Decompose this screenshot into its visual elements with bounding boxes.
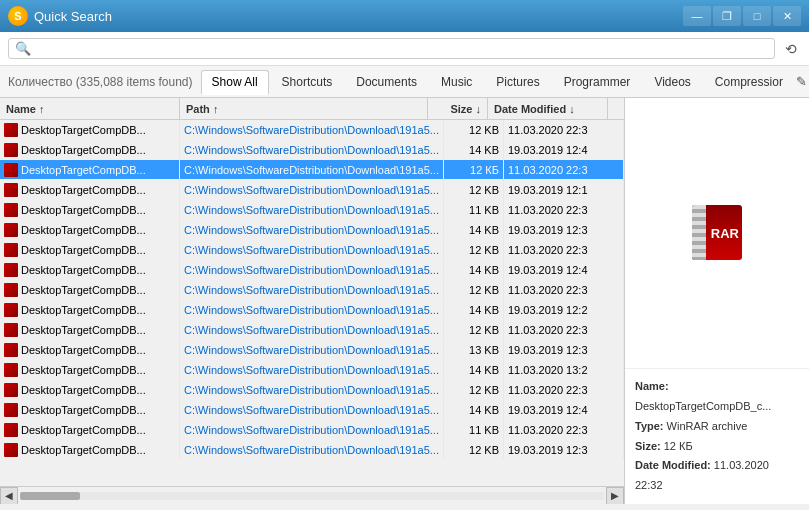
file-type-icon xyxy=(4,223,18,237)
table-row[interactable]: DesktopTargetCompDB... C:\Windows\Softwa… xyxy=(0,120,624,140)
tab-show-all[interactable]: Show All xyxy=(201,70,269,95)
table-row[interactable]: DesktopTargetCompDB... C:\Windows\Softwa… xyxy=(0,420,624,440)
file-date-cell: 11.03.2020 22:3 xyxy=(504,240,624,259)
file-name-cell: DesktopTargetCompDB... xyxy=(0,180,180,199)
search-input[interactable] xyxy=(31,42,768,56)
col-header-path[interactable]: Path ↑ xyxy=(180,98,428,119)
table-row[interactable]: DesktopTargetCompDB... C:\Windows\Softwa… xyxy=(0,320,624,340)
file-size-cell: 14 KB xyxy=(444,300,504,319)
file-size-cell: 14 KB xyxy=(444,260,504,279)
col-header-name[interactable]: Name ↑ xyxy=(0,98,180,119)
file-type-icon xyxy=(4,283,18,297)
table-row[interactable]: DesktopTargetCompDB... C:\Windows\Softwa… xyxy=(0,220,624,240)
preview-date-line: Date Modified: 11.03.2020 22:32 xyxy=(635,456,799,496)
rar-icon-text: RAR xyxy=(711,225,739,240)
app-icon: S xyxy=(8,6,28,26)
table-row[interactable]: DesktopTargetCompDB... C:\Windows\Softwa… xyxy=(0,380,624,400)
hscroll-right-button[interactable]: ▶ xyxy=(606,487,624,505)
table-row[interactable]: DesktopTargetCompDB... C:\Windows\Softwa… xyxy=(0,340,624,360)
col-header-size[interactable]: Size ↓ xyxy=(428,98,488,119)
file-type-icon xyxy=(4,263,18,277)
tab-compression[interactable]: Compressior xyxy=(704,70,794,94)
file-date-cell: 11.03.2020 22:3 xyxy=(504,320,624,339)
file-path-cell: C:\Windows\SoftwareDistribution\Download… xyxy=(180,340,444,359)
hscroll-track[interactable] xyxy=(20,492,604,500)
main-area: Name ↑ Path ↑ Size ↓ Date Modified ↓ Des… xyxy=(0,98,809,504)
file-size-cell: 12 КБ xyxy=(444,160,504,179)
file-path-cell: C:\Windows\SoftwareDistribution\Download… xyxy=(180,440,444,459)
window-title: Quick Search xyxy=(34,9,112,24)
minimize-button[interactable]: — xyxy=(683,6,711,26)
table-row[interactable]: DesktopTargetCompDB... C:\Windows\Softwa… xyxy=(0,160,624,180)
preview-type-line: Type: WinRAR archive xyxy=(635,417,799,437)
file-date-cell: 19.03.2019 12:3 xyxy=(504,440,624,459)
count-text: Количество xyxy=(8,75,72,89)
file-path-cell: C:\Windows\SoftwareDistribution\Download… xyxy=(180,280,444,299)
preview-name-label: Name: xyxy=(635,380,669,392)
hscroll-left-button[interactable]: ◀ xyxy=(0,487,18,505)
file-size-cell: 14 KB xyxy=(444,140,504,159)
table-row[interactable]: DesktopTargetCompDB... C:\Windows\Softwa… xyxy=(0,300,624,320)
tab-documents[interactable]: Documents xyxy=(345,70,428,94)
restore-button[interactable]: ❐ xyxy=(713,6,741,26)
file-path-cell: C:\Windows\SoftwareDistribution\Download… xyxy=(180,220,444,239)
close-button[interactable]: ✕ xyxy=(773,6,801,26)
file-size-cell: 13 KB xyxy=(444,340,504,359)
table-row[interactable]: DesktopTargetCompDB... C:\Windows\Softwa… xyxy=(0,140,624,160)
file-name-cell: DesktopTargetCompDB... xyxy=(0,160,180,179)
maximize-button[interactable]: □ xyxy=(743,6,771,26)
file-name-cell: DesktopTargetCompDB... xyxy=(0,440,180,459)
file-date-cell: 11.03.2020 22:3 xyxy=(504,280,624,299)
file-date-cell: 19.03.2019 12:4 xyxy=(504,400,624,419)
file-size-cell: 11 KB xyxy=(444,420,504,439)
file-size-cell: 14 KB xyxy=(444,360,504,379)
history-button[interactable]: ⟲ xyxy=(781,39,801,59)
table-row[interactable]: DesktopTargetCompDB... C:\Windows\Softwa… xyxy=(0,200,624,220)
file-type-icon xyxy=(4,443,18,457)
tab-shortcuts[interactable]: Shortcuts xyxy=(271,70,344,94)
list-header: Name ↑ Path ↑ Size ↓ Date Modified ↓ xyxy=(0,98,624,120)
table-row[interactable]: DesktopTargetCompDB... C:\Windows\Softwa… xyxy=(0,180,624,200)
file-name-cell: DesktopTargetCompDB... xyxy=(0,220,180,239)
file-size-cell: 12 KB xyxy=(444,240,504,259)
file-name-cell: DesktopTargetCompDB... xyxy=(0,320,180,339)
tab-programmer[interactable]: Programmer xyxy=(553,70,642,94)
file-type-icon xyxy=(4,343,18,357)
file-name-cell: DesktopTargetCompDB... xyxy=(0,340,180,359)
table-row[interactable]: DesktopTargetCompDB... C:\Windows\Softwa… xyxy=(0,240,624,260)
file-name-cell: DesktopTargetCompDB... xyxy=(0,260,180,279)
file-size-cell: 11 KB xyxy=(444,200,504,219)
rar-icon-body: RAR xyxy=(692,205,742,260)
search-bar: 🔍 ⟲ xyxy=(0,32,809,66)
file-path-cell: C:\Windows\SoftwareDistribution\Download… xyxy=(180,180,444,199)
file-date-cell: 11.03.2020 13:2 xyxy=(504,360,624,379)
table-row[interactable]: DesktopTargetCompDB... C:\Windows\Softwa… xyxy=(0,440,624,460)
preview-date-label: Date Modified: xyxy=(635,459,711,471)
file-date-cell: 19.03.2019 12:3 xyxy=(504,220,624,239)
table-row[interactable]: DesktopTargetCompDB... C:\Windows\Softwa… xyxy=(0,360,624,380)
file-name-cell: DesktopTargetCompDB... xyxy=(0,300,180,319)
file-type-icon xyxy=(4,363,18,377)
tabs-list: Show AllShortcutsDocumentsMusicPicturesP… xyxy=(201,70,794,94)
tab-pictures[interactable]: Pictures xyxy=(485,70,550,94)
search-input-wrapper: 🔍 xyxy=(8,38,775,59)
table-row[interactable]: DesktopTargetCompDB... C:\Windows\Softwa… xyxy=(0,260,624,280)
search-icon: 🔍 xyxy=(15,41,31,56)
title-bar: S Quick Search — ❐ □ ✕ xyxy=(0,0,809,32)
col-header-date[interactable]: Date Modified ↓ xyxy=(488,98,608,119)
file-list-scroll[interactable]: DesktopTargetCompDB... C:\Windows\Softwa… xyxy=(0,120,624,486)
hscroll-thumb[interactable] xyxy=(20,492,80,500)
file-type-icon xyxy=(4,383,18,397)
tab-videos[interactable]: Videos xyxy=(643,70,701,94)
table-row[interactable]: DesktopTargetCompDB... C:\Windows\Softwa… xyxy=(0,280,624,300)
file-path-cell: C:\Windows\SoftwareDistribution\Download… xyxy=(180,400,444,419)
table-row[interactable]: DesktopTargetCompDB... C:\Windows\Softwa… xyxy=(0,400,624,420)
tabs-edit-button[interactable]: ✎ xyxy=(794,72,809,91)
preview-info: Name: DesktopTargetCompDB_c... Type: Win… xyxy=(625,368,809,504)
tab-music[interactable]: Music xyxy=(430,70,483,94)
count-label: Количество (335,088 items found) xyxy=(8,75,193,89)
file-path-cell: C:\Windows\SoftwareDistribution\Download… xyxy=(180,240,444,259)
file-name-cell: DesktopTargetCompDB... xyxy=(0,280,180,299)
col-header-scroll xyxy=(608,98,624,119)
file-name-cell: DesktopTargetCompDB... xyxy=(0,240,180,259)
